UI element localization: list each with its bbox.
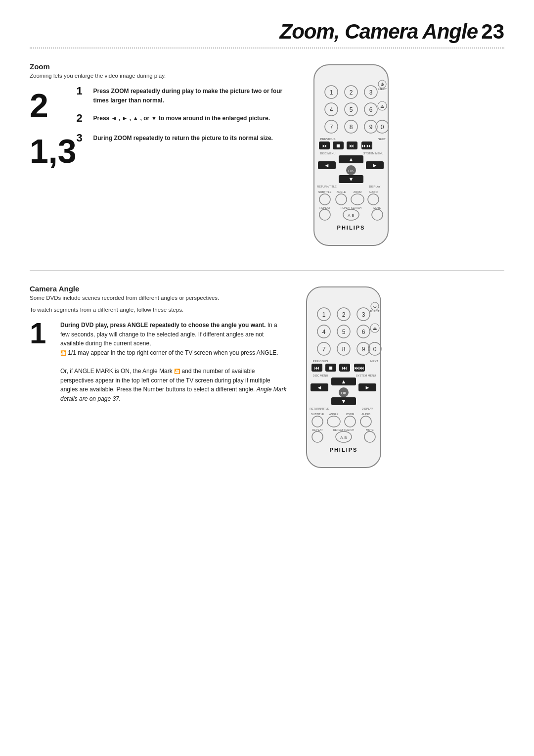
svg-text:NEXT: NEXT <box>370 360 378 363</box>
svg-text:▲: ▲ <box>341 378 347 384</box>
svg-text:►: ► <box>365 384 370 390</box>
zoom-step-details: 1 Press ZOOM repeatedly during play to m… <box>77 85 287 168</box>
svg-text:OK: OK <box>348 169 354 173</box>
svg-text:1: 1 <box>322 311 326 318</box>
svg-text:ZOOM: ZOOM <box>354 190 362 193</box>
svg-text:DISPLAY: DISPLAY <box>369 185 381 188</box>
svg-text:NEXT: NEXT <box>378 138 386 141</box>
camera-remote: 1 2 3 ⏻ EJECT 4 5 6 ⏏ 7 <box>302 284 400 474</box>
svg-text:7: 7 <box>330 124 333 131</box>
svg-text:MUTE: MUTE <box>373 206 381 209</box>
svg-text:PHILIPS: PHILIPS <box>330 447 358 453</box>
camera-section: Camera Angle Some DVDs include scenes re… <box>30 284 504 474</box>
svg-text:⏻: ⏻ <box>373 305 377 308</box>
camera-step: 1 During DVD play, press ANGLE repeatedl… <box>30 319 287 403</box>
svg-text:1: 1 <box>330 89 333 96</box>
zoom-heading: Zoom <box>30 62 287 71</box>
big-num-2: 2 <box>30 89 77 122</box>
svg-text:⏭⏭: ⏭⏭ <box>362 143 372 148</box>
step-3-bold: During ZOOM repeatedly to return the pic… <box>93 135 273 142</box>
svg-text:SUBTITLE: SUBTITLE <box>318 190 332 193</box>
svg-text:A-B: A-B <box>348 213 354 218</box>
svg-text:3: 3 <box>369 89 373 96</box>
zoom-step-3: 3 During ZOOM repeatedly to return the p… <box>77 132 287 144</box>
svg-text:ANGLE: ANGLE <box>337 190 346 193</box>
svg-text:▼: ▼ <box>349 176 354 182</box>
svg-text:⏹: ⏹ <box>336 143 341 148</box>
step-1-text: Press ZOOM repeatedly during play to mak… <box>93 85 287 105</box>
svg-text:7: 7 <box>322 346 326 353</box>
svg-text:EJECT: EJECT <box>370 310 379 313</box>
zoom-subtext: Zooming lets you enlarge the video image… <box>30 73 287 79</box>
svg-text:8: 8 <box>350 124 353 131</box>
svg-text:0: 0 <box>381 124 384 131</box>
svg-text:8: 8 <box>342 346 346 353</box>
svg-text:OK: OK <box>341 391 347 395</box>
camera-step-bold: During DVD play, press ANGLE repeatedly … <box>60 322 266 329</box>
zoom-steps: 2 1,3 1 Press ZOOM repeatedly during pla… <box>30 85 287 168</box>
page-container: Zoom, Camera Angle 23 Zoom Zooming lets … <box>0 0 534 494</box>
svg-text:AUDIO: AUDIO <box>361 413 370 416</box>
svg-text:SYSTEM MENU: SYSTEM MENU <box>356 374 376 377</box>
svg-text:⏭: ⏭ <box>342 365 347 371</box>
svg-text:9: 9 <box>362 346 365 353</box>
camera-step-or: Or, if ANGLE MARK is ON, the Angle Mark <box>60 368 174 375</box>
svg-text:REPEAT: REPEAT <box>312 428 323 431</box>
svg-text:SYSTEM MENU: SYSTEM MENU <box>363 152 383 155</box>
zoom-remote: 1 2 3 ⏻ EJECT 4 5 6 ⏏ <box>302 62 400 250</box>
svg-text:4: 4 <box>322 329 326 335</box>
step-1-num: 1 <box>77 85 88 97</box>
title-row: Zoom, Camera Angle 23 <box>30 20 504 48</box>
camera-step-icon1: 🎦 <box>60 350 66 356</box>
page-title: Zoom, Camera Angle <box>280 20 478 44</box>
zoom-step-2: 2 Press ◄ , ► , ▲ , or ▼ to move around … <box>77 112 287 125</box>
svg-text:0: 0 <box>373 346 377 353</box>
svg-text:MUTE: MUTE <box>366 428 374 431</box>
svg-text:⏭⏭: ⏭⏭ <box>355 365 364 371</box>
camera-heading: Camera Angle <box>30 284 287 293</box>
svg-text:⏭: ⏭ <box>350 143 355 148</box>
svg-text:ANGLE: ANGLE <box>329 413 339 416</box>
svg-text:SUBTITLE: SUBTITLE <box>311 413 324 416</box>
svg-text:REPEAT SEARCH: REPEAT SEARCH <box>341 206 361 209</box>
section-divider <box>30 270 504 271</box>
zoom-content: Zoom Zooming lets you enlarge the video … <box>30 62 287 250</box>
camera-step-icon2: 🎦 <box>174 369 180 374</box>
svg-text:6: 6 <box>362 329 365 335</box>
page-number: 23 <box>481 20 504 44</box>
svg-text:RETURN/TITLE: RETURN/TITLE <box>310 407 329 410</box>
svg-text:2: 2 <box>350 89 353 96</box>
svg-text:▲: ▲ <box>349 156 354 162</box>
svg-text:⏮: ⏮ <box>322 143 327 148</box>
svg-text:PREVIOUS: PREVIOUS <box>312 360 328 363</box>
big-num-13: 1,3 <box>30 134 77 168</box>
svg-text:▼: ▼ <box>341 398 347 404</box>
svg-text:⏮: ⏮ <box>314 365 319 371</box>
svg-text:EJECT: EJECT <box>377 88 387 91</box>
svg-text:6: 6 <box>369 106 373 113</box>
svg-text:2: 2 <box>342 311 346 318</box>
svg-text:REPEAT SEARCH: REPEAT SEARCH <box>333 428 354 431</box>
svg-text:ZOOM: ZOOM <box>346 413 355 416</box>
svg-text:A-B: A-B <box>340 435 347 440</box>
svg-text:⏻: ⏻ <box>381 83 384 86</box>
svg-text:⏏: ⏏ <box>373 326 377 331</box>
step-3-num: 3 <box>77 132 88 144</box>
step-2-text: Press ◄ , ► , ▲ , or ▼ to move around in… <box>93 112 270 123</box>
camera-content: Camera Angle Some DVDs include scenes re… <box>30 284 287 474</box>
svg-text:PHILIPS: PHILIPS <box>337 225 365 231</box>
svg-text:REPEAT: REPEAT <box>319 206 330 209</box>
svg-text:◄: ◄ <box>324 162 330 168</box>
svg-text:DISC MENU: DISC MENU <box>320 152 336 155</box>
camera-subtext1: Some DVDs include scenes recorded from d… <box>30 295 287 301</box>
camera-step-text: During DVD play, press ANGLE repeatedly … <box>60 319 287 403</box>
svg-text:◄: ◄ <box>317 384 322 390</box>
svg-text:4: 4 <box>330 106 333 113</box>
zoom-big-numbers: 2 1,3 <box>30 85 77 168</box>
camera-step-num: 1 <box>30 319 54 403</box>
step-2-num: 2 <box>77 112 88 125</box>
step-1-bold: Press ZOOM repeatedly during play to mak… <box>93 88 283 104</box>
svg-text:DISPLAY: DISPLAY <box>362 407 373 410</box>
camera-step-normal2: 1/1 may appear in the top right corner o… <box>68 349 278 356</box>
camera-subtext2: To watch segments from a different angle… <box>30 307 287 313</box>
